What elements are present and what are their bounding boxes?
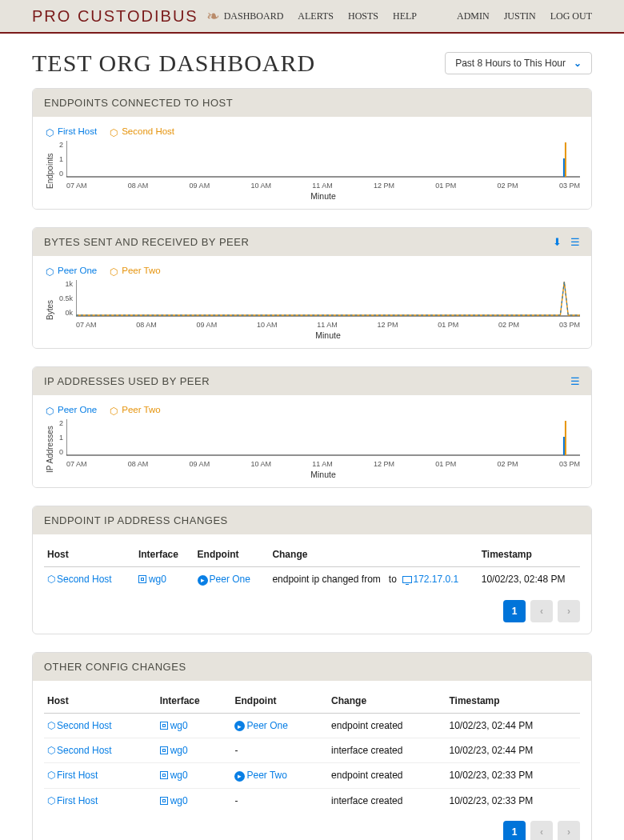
iface-link[interactable]: wg0 [149,574,166,585]
nav-help[interactable]: HELP [393,10,417,22]
panel-ip-changes-title: ENDPOINT IP ADDRESS CHANGES [44,514,228,526]
panel-bytes: BYTES SENT AND RECEIVED BY PEER ⬇ ☰ ⬡Pee… [32,227,592,349]
page-1[interactable]: 1 [503,821,526,841]
ytick: 2 [59,419,63,427]
nav-spacer [431,10,442,22]
chart-ips [66,419,580,456]
ytick: 0.5k [59,294,73,302]
hex-icon: ⬡ [46,406,54,414]
cube-icon: ⬡ [47,770,55,781]
chg: endpoint created [328,713,446,738]
ytick: 2 [59,141,63,149]
ylabel: Endpoints [44,141,56,201]
ytick: 0 [59,170,63,178]
panel-config-changes: OTHER CONFIG CHANGES Host Interface Endp… [32,652,592,841]
peer-icon: ▸ [234,721,245,731]
nav-user[interactable]: JUSTIN [504,10,536,22]
host-link[interactable]: Second Host [57,720,112,731]
host-link[interactable]: First Host [57,795,98,806]
th-ts: Timestamp [478,542,580,567]
ip-changes-table: Host Interface Endpoint Change Timestamp… [44,542,580,592]
page-1[interactable]: 1 [503,600,526,622]
panel-endpoints-title: ENDPOINTS CONNECTED TO HOST [44,97,233,109]
chg: interface created [328,738,446,763]
brand[interactable]: PRO CUSTODIBUS ❧ [32,6,222,26]
legend-peer-two[interactable]: Peer Two [122,266,160,275]
table-row: ⬡Second Host wg0 ▸Peer One endpoint ip c… [44,567,580,592]
nav-hosts[interactable]: HOSTS [348,10,378,22]
hex-icon: ⬡ [110,127,118,136]
iface-link[interactable]: wg0 [170,745,188,756]
xlabel: Minute [66,470,580,479]
chart-bytes [76,280,580,317]
host-link[interactable]: First Host [57,770,98,781]
panel-ip-changes: ENDPOINT IP ADDRESS CHANGES Host Interfa… [32,506,592,634]
time-range-label: Past 8 Hours to This Hour [455,58,566,69]
host-link[interactable]: Second Host [57,574,112,585]
cube-icon: ⬡ [47,574,55,585]
host-link[interactable]: Second Host [57,745,112,756]
iface-link[interactable]: wg0 [170,770,188,781]
nav-admin[interactable]: ADMIN [457,10,490,22]
xticks: 07 AM08 AM09 AM10 AM11 AM12 PM01 PM02 PM… [66,460,580,468]
legend-peers: ⬡Peer One ⬡Peer Two [46,266,580,275]
ip-link[interactable]: 172.17.0.1 [414,574,459,585]
ts: 10/02/23, 02:48 PM [478,567,580,592]
list-icon[interactable]: ☰ [570,236,581,248]
page-next[interactable]: › [558,600,580,622]
interface-icon [160,746,168,754]
th-chg: Change [269,542,478,567]
xlabel: Minute [76,330,580,340]
legend-peer-one[interactable]: Peer One [58,405,97,414]
main-nav: DASHBOARD ALERTS HOSTS HELP ADMIN JUSTIN… [224,10,592,22]
hex-icon: ⬡ [110,406,118,414]
ytick: 1k [59,280,73,288]
ylabel: IP Addresses [44,419,56,479]
legend-peer-two[interactable]: Peer Two [122,405,160,414]
cube-icon: ⬡ [47,795,55,806]
ts: 10/02/23, 02:44 PM [446,713,580,738]
th-ts: Timestamp [446,689,580,714]
peer-icon: ▸ [234,771,245,782]
table-row: ⬡First Hostwg0▸Peer Twoendpoint created1… [44,763,580,789]
chart-endpoints [66,141,580,178]
tree-icon: ❧ [206,6,222,26]
ep-link[interactable]: Peer Two [246,770,286,781]
table-row: ⬡Second Hostwg0▸Peer Oneendpoint created… [44,713,580,738]
nav-dashboard[interactable]: DASHBOARD [224,10,284,22]
nav-logout[interactable]: LOG OUT [550,10,592,22]
cube-icon: ⬡ [47,720,55,731]
page-title: TEST ORG DASHBOARD [32,50,315,77]
xticks: 07 AM08 AM09 AM10 AM11 AM12 PM01 PM02 PM… [76,321,580,329]
download-icon[interactable]: ⬇ [553,236,562,248]
chg-text2: to [389,574,397,585]
ep-link[interactable]: Peer One [210,574,250,585]
iface-link[interactable]: wg0 [170,720,188,731]
table-row: ⬡Second Hostwg0-interface created10/02/2… [44,738,580,763]
page-next[interactable]: › [558,821,580,841]
legend-first-host[interactable]: First Host [58,126,97,136]
list-icon[interactable]: ☰ [570,375,581,387]
page-prev[interactable]: ‹ [530,821,553,841]
peer-icon: ▸ [198,575,208,586]
ylabel: Bytes [44,280,56,340]
ts: 10/02/23, 02:33 PM [446,788,580,813]
chevron-down-icon: ⌄ [574,58,582,69]
interface-icon [138,575,146,583]
panel-ips: IP ADDRESSES USED BY PEER ☰ ⬡Peer One ⬡P… [32,366,592,488]
panel-ips-title: IP ADDRESSES USED BY PEER [44,375,210,387]
nav-alerts[interactable]: ALERTS [298,10,334,22]
ts: 10/02/23, 02:33 PM [446,763,580,789]
panel-config-title: OTHER CONFIG CHANGES [44,661,186,673]
chg-text1: endpoint ip changed from [272,574,380,585]
hex-icon: ⬡ [46,127,54,136]
iface-link[interactable]: wg0 [170,795,188,806]
th-ep: Endpoint [194,542,270,567]
ep-link[interactable]: Peer One [246,720,287,731]
legend-peer-one[interactable]: Peer One [58,266,97,275]
time-range-select[interactable]: Past 8 Hours to This Hour ⌄ [445,52,592,74]
legend-second-host[interactable]: Second Host [122,126,174,136]
ytick: 0k [59,309,73,317]
page-prev[interactable]: ‹ [530,600,553,622]
interface-icon [160,722,168,730]
